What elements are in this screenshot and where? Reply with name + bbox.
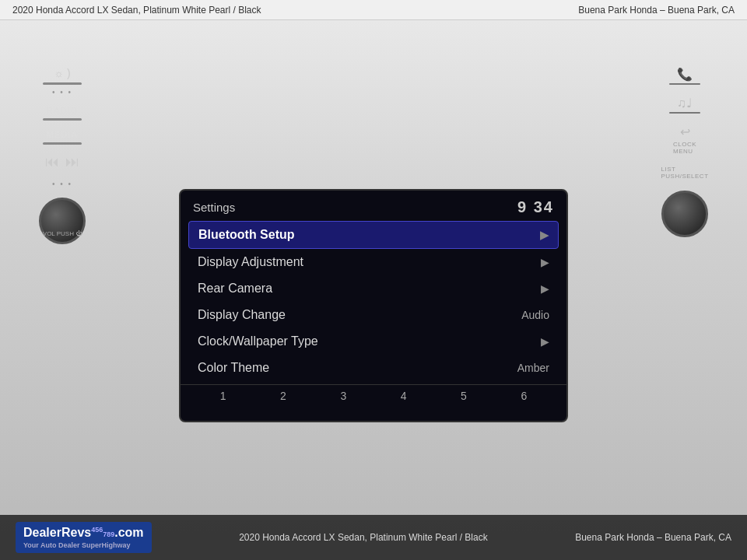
top-bar: 2020 Honda Accord LX Sedan, Platinum Whi… bbox=[0, 0, 747, 20]
list-button-group[interactable]: LISTPUSH/SELECT bbox=[661, 166, 708, 180]
music-bar bbox=[669, 112, 700, 114]
clock-menu-label: CLOCKMENU bbox=[673, 141, 696, 155]
car-scene: ☼ ) • • • RADIO MEDIA ⏮ ⏭ • • • VOL PUSH… bbox=[0, 20, 747, 560]
dots-menu: • • • bbox=[52, 88, 72, 96]
track-controls[interactable]: ⏮ ⏭ bbox=[45, 154, 79, 170]
bluetooth-arrow: ▶ bbox=[540, 229, 549, 241]
menu-item-display-adjustment[interactable]: Display Adjustment ▶ bbox=[188, 249, 559, 275]
menu-item-bluetooth-label: Bluetooth Setup bbox=[198, 228, 295, 242]
bottom-bar: DealerRevs456789.com Your Auto Dealer Su… bbox=[0, 515, 747, 560]
menu-item-display-change[interactable]: Display Change Audio bbox=[188, 302, 559, 328]
menu-item-bluetooth[interactable]: Bluetooth Setup ▶ bbox=[188, 221, 559, 249]
screen-numbers: 1 2 3 4 5 6 bbox=[181, 384, 566, 407]
screen-header: Settings 9 34 bbox=[181, 191, 566, 221]
preset-1[interactable]: 1 bbox=[220, 390, 226, 402]
menu-item-rear-camera-label: Rear Camera bbox=[198, 282, 272, 296]
phone-bar bbox=[669, 83, 700, 85]
right-controls: 📞 ♫♩ ↩ CLOCKMENU LISTPUSH/SELECT bbox=[646, 67, 724, 237]
bottom-car-info: 2020 Honda Accord LX Sedan, Platinum Whi… bbox=[239, 532, 488, 543]
prev-track-icon[interactable]: ⏮ bbox=[45, 154, 59, 170]
preset-4[interactable]: 4 bbox=[401, 390, 407, 402]
logo-sub: Your Auto Dealer SuperHighway bbox=[23, 541, 144, 551]
top-bar-right: Buena Park Honda – Buena Park, CA bbox=[578, 5, 735, 16]
color-theme-value: Amber bbox=[517, 362, 549, 374]
radio-label[interactable]: RADIO bbox=[47, 106, 78, 115]
mode-bar bbox=[43, 82, 82, 85]
menu-item-display-change-label: Display Change bbox=[198, 308, 286, 322]
menu-item-clock-wallpaper[interactable]: Clock/Wallpaper Type ▶ bbox=[188, 328, 559, 355]
menu-list: Bluetooth Setup ▶ Display Adjustment ▶ R… bbox=[181, 221, 566, 381]
menu-item-clock-wallpaper-label: Clock/Wallpaper Type bbox=[198, 334, 318, 348]
back-icon[interactable]: ↩ bbox=[680, 124, 690, 139]
preset-5[interactable]: 5 bbox=[461, 390, 467, 402]
clock-wallpaper-arrow: ▶ bbox=[541, 335, 549, 348]
preset-3[interactable]: 3 bbox=[340, 390, 346, 402]
logo-main: DealerRevs456789.com bbox=[23, 525, 144, 541]
media-control[interactable]: MEDIA bbox=[43, 130, 82, 145]
list-label: LISTPUSH/SELECT bbox=[661, 166, 708, 180]
radio-bar bbox=[43, 118, 82, 121]
left-dots: • • • bbox=[52, 180, 72, 188]
infotainment-screen: Settings 9 34 Bluetooth Setup ▶ Display … bbox=[179, 189, 568, 422]
left-controls: ☼ ) • • • RADIO MEDIA ⏮ ⏭ • • • VOL PUSH… bbox=[23, 67, 101, 244]
phone-icon[interactable]: 📞 bbox=[677, 67, 693, 82]
top-bar-left: 2020 Honda Accord LX Sedan, Platinum Whi… bbox=[12, 5, 261, 16]
music-icon[interactable]: ♫♩ bbox=[677, 96, 693, 110]
back-button-group[interactable]: ↩ CLOCKMENU bbox=[673, 124, 696, 155]
menu-item-rear-camera[interactable]: Rear Camera ▶ bbox=[188, 275, 559, 302]
rear-camera-arrow: ▶ bbox=[541, 282, 549, 295]
menu-item-display-adjustment-label: Display Adjustment bbox=[198, 255, 303, 269]
mode-control: ☼ ) • • • bbox=[43, 67, 82, 96]
media-bar bbox=[43, 142, 82, 145]
preset-6[interactable]: 6 bbox=[521, 390, 527, 402]
bottom-dealer-info: Buena Park Honda – Buena Park, CA bbox=[575, 532, 731, 543]
mode-icon: ☼ ) bbox=[54, 67, 70, 79]
vol-label: VOL PUSH ⏻ bbox=[43, 230, 82, 237]
display-change-value: Audio bbox=[521, 309, 549, 321]
media-label[interactable]: MEDIA bbox=[47, 130, 78, 139]
music-button-group[interactable]: ♫♩ bbox=[669, 96, 700, 114]
menu-item-color-theme-label: Color Theme bbox=[198, 361, 269, 375]
dealer-logo: DealerRevs456789.com Your Auto Dealer Su… bbox=[16, 522, 152, 553]
right-knob[interactable] bbox=[661, 191, 708, 237]
screen-title: Settings bbox=[193, 201, 235, 214]
display-adjustment-arrow: ▶ bbox=[541, 256, 549, 268]
radio-control[interactable]: RADIO bbox=[43, 106, 82, 121]
preset-2[interactable]: 2 bbox=[280, 390, 286, 402]
volume-knob[interactable]: VOL PUSH ⏻ bbox=[39, 198, 86, 244]
phone-button-group[interactable]: 📞 bbox=[669, 67, 700, 85]
menu-item-color-theme[interactable]: Color Theme Amber bbox=[188, 355, 559, 381]
screen-time: 9 34 bbox=[517, 198, 554, 216]
next-track-icon[interactable]: ⏭ bbox=[65, 154, 79, 170]
